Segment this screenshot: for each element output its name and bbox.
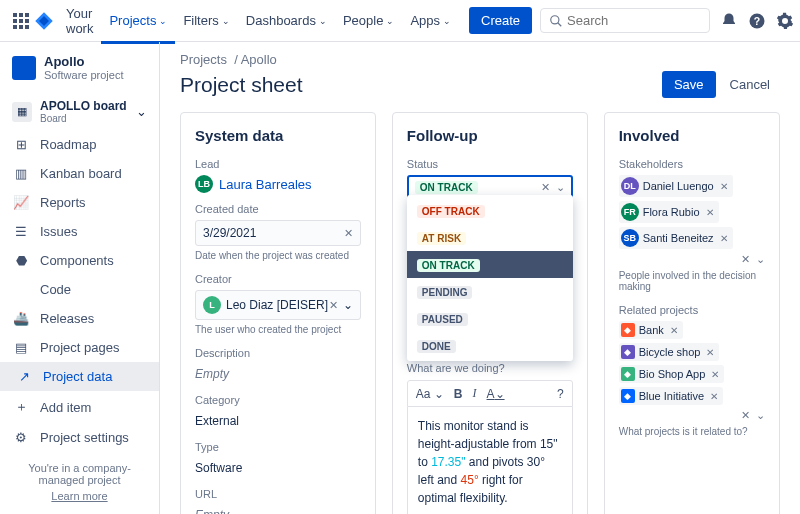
board-selector[interactable]: ▦ APOLLO board Board ⌄ (0, 93, 159, 130)
project-chip[interactable]: ◆Bicycle shop✕ (619, 343, 720, 361)
creator-name: Leo Diaz [DEISER] (226, 298, 328, 312)
sidebar-item-issues[interactable]: ☰Issues (0, 217, 159, 246)
system-data-panel: System data Lead LB Laura Barreales Crea… (180, 112, 376, 514)
chevron-down-icon[interactable]: ⌄ (756, 409, 765, 422)
sidebar-item-project-data[interactable]: ↗Project data (0, 362, 159, 391)
status-option-pending[interactable]: PENDING (407, 278, 573, 305)
notifications-icon[interactable] (720, 8, 738, 34)
project-icon (12, 56, 36, 80)
type-value: Software (195, 458, 361, 478)
help-icon[interactable]: ? (748, 8, 766, 34)
italic-button[interactable]: I (473, 386, 477, 401)
nav-dashboards[interactable]: Dashboards⌄ (238, 0, 335, 44)
remove-icon[interactable]: ✕ (670, 325, 678, 336)
sidebar-item-label: Code (40, 282, 71, 297)
status-option-paused[interactable]: PAUSED (407, 305, 573, 332)
board-icon: ▦ (12, 102, 32, 122)
sidebar-item-reports[interactable]: 📈Reports (0, 188, 159, 217)
save-button[interactable]: Save (662, 71, 716, 98)
chevron-down-icon[interactable]: ⌄ (556, 181, 565, 194)
sidebar-item-roadmap[interactable]: ⊞Roadmap (0, 130, 159, 159)
stakeholder-chip[interactable]: DLDaniel Luengo✕ (619, 175, 733, 197)
svg-rect-7 (19, 25, 23, 29)
search-box[interactable] (540, 8, 710, 33)
sidebar-item-project-settings[interactable]: ⚙Project settings (0, 423, 159, 452)
remove-icon[interactable]: ✕ (711, 369, 719, 380)
followup-panel: Follow-up Status ON TRACK ✕ ⌄ OFF TRACKA… (392, 112, 588, 514)
text-style-button[interactable]: Aa ⌄ (416, 387, 444, 401)
project-chip[interactable]: ◆Bio Shop App✕ (619, 365, 725, 383)
clear-icon[interactable]: ✕ (329, 299, 338, 312)
created-date-help: Date when the project was created (195, 250, 361, 261)
svg-rect-0 (13, 13, 17, 17)
status-option-at-risk[interactable]: AT RISK (407, 224, 573, 251)
breadcrumb: Projects / Apollo (180, 52, 780, 67)
create-button[interactable]: Create (469, 7, 532, 34)
description-value[interactable]: Empty (195, 364, 361, 384)
nav-projects[interactable]: Projects⌄ (101, 0, 175, 44)
footer-text: You're in a company-managed project (12, 462, 147, 486)
project-chip[interactable]: ◆Blue Initiative✕ (619, 387, 723, 405)
jira-logo-icon[interactable] (34, 9, 54, 33)
panel-title: System data (195, 127, 361, 144)
bold-button[interactable]: B (454, 387, 463, 401)
status-option-off-track[interactable]: OFF TRACK (407, 197, 573, 224)
creator-input[interactable]: L Leo Diaz [DEISER] ✕ ⌄ (195, 290, 361, 320)
clear-icon[interactable]: ✕ (741, 253, 750, 266)
sidebar-item-label: Project settings (40, 430, 129, 445)
sidebar-item-components[interactable]: ⬣Components (0, 246, 159, 275)
remove-icon[interactable]: ✕ (720, 233, 728, 244)
avatar-icon: DL (621, 177, 639, 195)
sidebar-item-label: Components (40, 253, 114, 268)
cancel-button[interactable]: Cancel (720, 71, 780, 98)
question-label: What are we doing? (407, 362, 573, 374)
chevron-down-icon[interactable]: ⌄ (343, 298, 353, 312)
project-header[interactable]: Apollo Software project (0, 54, 159, 93)
clear-icon[interactable]: ✕ (541, 181, 550, 194)
chevron-down-icon[interactable]: ⌄ (756, 253, 765, 266)
remove-icon[interactable]: ✕ (720, 181, 728, 192)
issues-icon: ☰ (12, 224, 30, 239)
stakeholder-chip[interactable]: SBSanti Beneitez✕ (619, 227, 733, 249)
clear-icon[interactable]: ✕ (344, 227, 353, 240)
panel-title: Involved (619, 127, 765, 144)
sidebar-item-releases[interactable]: 🚢Releases (0, 304, 159, 333)
project-chip[interactable]: ◆Bank✕ (619, 321, 683, 339)
remove-icon[interactable]: ✕ (706, 207, 714, 218)
svg-rect-8 (25, 25, 29, 29)
avatar-icon: SB (621, 229, 639, 247)
stakeholder-chip[interactable]: FRFlora Rubio✕ (619, 201, 719, 223)
lead-user[interactable]: LB Laura Barreales (195, 175, 361, 193)
creator-label: Creator (195, 273, 361, 285)
created-date-input[interactable]: 3/29/2021 ✕ (195, 220, 361, 246)
status-option-done[interactable]: DONE (407, 332, 573, 359)
nav-apps[interactable]: Apps⌄ (402, 0, 459, 44)
sidebar-item-project-pages[interactable]: ▤Project pages (0, 333, 159, 362)
settings-icon[interactable] (776, 8, 794, 34)
nav-people[interactable]: People⌄ (335, 0, 402, 44)
status-label: Status (407, 158, 573, 170)
settings-icon: ⚙ (12, 430, 30, 445)
color-button[interactable]: A⌄ (487, 387, 505, 401)
related-projects-label: Related projects (619, 304, 765, 316)
clear-icon[interactable]: ✕ (741, 409, 750, 422)
nav-your-work[interactable]: Your work (58, 0, 101, 44)
svg-text:?: ? (754, 14, 760, 26)
nav-filters[interactable]: Filters⌄ (175, 0, 237, 44)
sidebar-item-kanban-board[interactable]: ▥Kanban board (0, 159, 159, 188)
sidebar-item-add-item[interactable]: ＋Add item (0, 391, 159, 423)
status-option-on-track[interactable]: ON TRACK (407, 251, 573, 278)
svg-rect-2 (25, 13, 29, 17)
search-input[interactable] (567, 13, 701, 28)
avatar-icon: L (203, 296, 221, 314)
editor-body[interactable]: This monitor stand is height-adjustable … (407, 407, 573, 514)
url-value[interactable]: Empty (195, 505, 361, 514)
sidebar-item-code[interactable]: Code (0, 275, 159, 304)
remove-icon[interactable]: ✕ (710, 391, 718, 402)
data-icon: ↗ (15, 369, 33, 384)
remove-icon[interactable]: ✕ (706, 347, 714, 358)
app-switcher-icon[interactable] (12, 9, 30, 33)
help-button[interactable]: ? (557, 387, 564, 401)
learn-more-link[interactable]: Learn more (12, 490, 147, 502)
breadcrumb-projects[interactable]: Projects (180, 52, 227, 67)
